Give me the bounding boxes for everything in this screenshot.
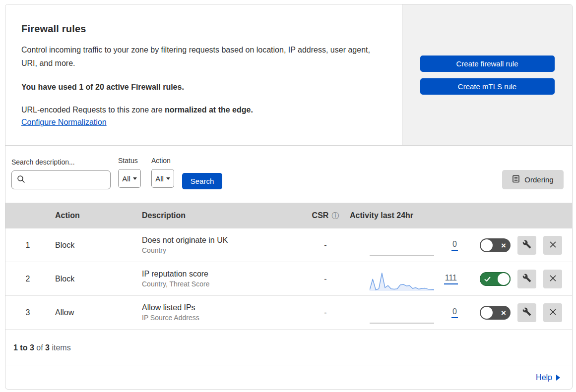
chevron-down-icon [133, 177, 137, 180]
activity-sparkline [370, 272, 434, 292]
action-filter-group: Action All [151, 157, 174, 188]
edit-rule-button[interactable] [517, 303, 536, 322]
search-group: Search description... [11, 158, 111, 189]
rule-controls: × [472, 236, 572, 255]
table-header-row: Action Description CSR ⓘ Activity last 2… [5, 203, 572, 228]
activity-count-link[interactable]: 0 [451, 307, 458, 318]
search-label: Search description... [11, 158, 111, 166]
wrench-icon [522, 274, 531, 284]
rule-enabled-toggle[interactable]: × [480, 306, 511, 320]
normalization-text: URL-encoded Requests to this zone are [21, 106, 163, 114]
rule-priority: 3 [5, 308, 50, 317]
normalization-note: URL-encoded Requests to this zone are no… [21, 106, 372, 114]
status-filter-select[interactable]: All [118, 169, 141, 188]
rule-action: Block [50, 275, 137, 283]
delete-rule-button[interactable] [543, 270, 562, 288]
info-icon[interactable]: ⓘ [331, 211, 339, 221]
header-section: Firewall rules Control incoming traffic … [5, 4, 572, 146]
rule-fields: IP Source Address [142, 314, 303, 322]
rule-csr-value: - [303, 275, 348, 283]
rule-description: Allow listed IPs [142, 303, 303, 312]
search-input[interactable] [11, 170, 111, 189]
usage-summary: You have used 1 of 20 active Firewall ru… [21, 83, 372, 92]
wrench-icon [522, 240, 531, 250]
right-triangle-icon [556, 375, 560, 381]
activity-count-link[interactable]: 0 [451, 240, 458, 251]
activity-count-link[interactable]: 111 [444, 274, 458, 284]
rule-csr-value: - [303, 241, 348, 250]
action-filter-select[interactable]: All [151, 169, 174, 188]
ordering-button[interactable]: Ordering [502, 170, 564, 189]
rule-enabled-toggle[interactable]: × [480, 272, 511, 286]
chevron-down-icon [166, 177, 170, 180]
rule-csr-value: - [303, 308, 348, 317]
action-column-header: Action [50, 211, 137, 220]
close-icon [549, 275, 557, 283]
rule-fields: Country, Threat Score [142, 280, 303, 288]
firewall-rules-card: Firewall rules Control incoming traffic … [5, 4, 573, 390]
rule-controls: × [472, 270, 572, 288]
page-title: Firewall rules [21, 23, 372, 35]
help-link[interactable]: Help [536, 373, 552, 382]
toggle-knob [498, 273, 510, 285]
csr-column-header: CSR ⓘ [303, 211, 348, 221]
create-mtls-rule-button[interactable]: Create mTLS rule [420, 78, 555, 95]
rule-priority: 2 [5, 275, 50, 283]
activity-column-header: Activity last 24hr [348, 211, 472, 220]
items-text: items [52, 343, 70, 352]
rule-description: Does not originate in UK [142, 236, 303, 245]
delete-rule-button[interactable] [543, 303, 562, 322]
search-button[interactable]: Search [182, 173, 222, 189]
create-firewall-rule-button[interactable]: Create firewall rule [420, 56, 555, 72]
toggle-x-icon: × [501, 308, 506, 317]
filter-bar: Search description... Status All Action … [5, 146, 572, 203]
activity-sparkline [370, 238, 434, 259]
activity-sparkline [370, 305, 434, 326]
actions-panel: Create firewall rule Create mTLS rule [402, 4, 572, 145]
rule-description-cell: Does not originate in UK Country [137, 236, 303, 254]
rule-activity-cell: 0 [348, 296, 472, 329]
normalization-bold: normalized at the edge. [165, 106, 253, 114]
table-row: 3 Allow Allow listed IPs IP Source Addre… [5, 296, 572, 330]
rule-action: Allow [50, 308, 137, 317]
toggle-knob [481, 307, 493, 319]
help-bar: Help [5, 366, 572, 389]
delete-rule-button[interactable] [543, 236, 562, 255]
rule-priority: 1 [5, 241, 50, 250]
edit-rule-button[interactable] [517, 270, 536, 288]
pagination-summary: 1 to 3 of 3 items [5, 330, 572, 366]
edit-rule-button[interactable] [517, 236, 536, 255]
rule-description: IP reputation score [142, 270, 303, 279]
rule-activity-cell: 111 [348, 262, 472, 295]
wrench-icon [522, 307, 531, 318]
toggle-x-icon: × [501, 241, 506, 249]
table-row: 1 Block Does not originate in UK Country… [5, 228, 572, 262]
rule-enabled-toggle[interactable]: × [480, 238, 511, 252]
header-text-panel: Firewall rules Control incoming traffic … [5, 4, 402, 145]
close-icon [549, 241, 557, 250]
status-filter-group: Status All [118, 157, 141, 188]
item-range: 1 to 3 [13, 343, 34, 352]
rule-activity-cell: 0 [348, 228, 472, 262]
rule-description-cell: Allow listed IPs IP Source Address [137, 303, 303, 322]
close-icon [549, 308, 557, 317]
action-selected-value: All [155, 174, 164, 183]
rule-description-cell: IP reputation score Country, Threat Scor… [137, 270, 303, 288]
item-total: 3 [45, 343, 50, 352]
table-row: 2 Block IP reputation score Country, Thr… [5, 262, 572, 296]
rule-fields: Country [142, 246, 303, 254]
description-column-header: Description [137, 211, 303, 220]
csr-header-label: CSR [312, 211, 329, 220]
rule-action: Block [50, 241, 137, 250]
of-text: of [36, 343, 43, 352]
configure-normalization-link[interactable]: Configure Normalization [21, 118, 107, 126]
status-selected-value: All [122, 174, 130, 183]
toggle-knob [481, 239, 493, 251]
page-description: Control incoming traffic to your zone by… [21, 43, 372, 70]
status-label: Status [118, 157, 141, 165]
ordering-button-label: Ordering [524, 175, 553, 184]
search-icon [17, 175, 25, 185]
list-document-icon [512, 175, 520, 184]
rule-controls: × [472, 303, 572, 322]
action-label: Action [151, 157, 174, 165]
